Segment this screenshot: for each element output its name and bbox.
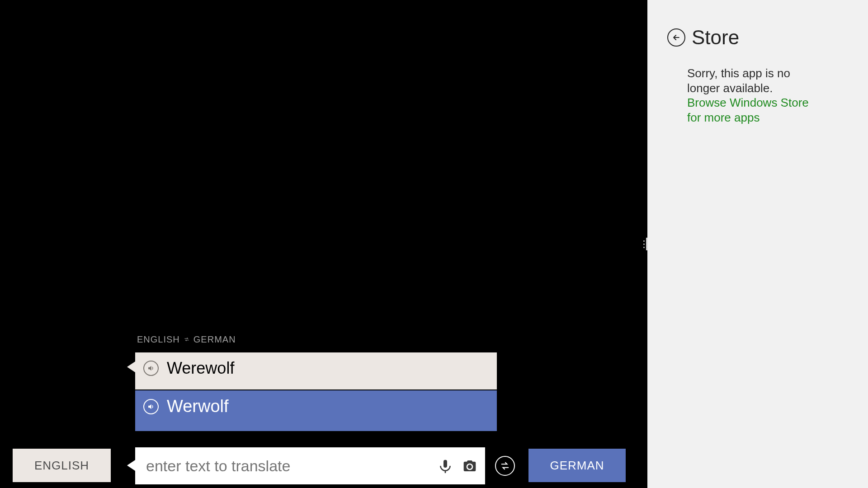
divider-handle-icon (642, 238, 647, 250)
translate-input[interactable] (146, 457, 429, 475)
store-panel: Store Sorry, this app is no longer avail… (647, 0, 868, 488)
store-message-text: Sorry, this app is no longer available. (687, 66, 790, 95)
source-text: Werewolf (167, 359, 234, 378)
target-language-button[interactable]: GERMAN (528, 449, 626, 482)
camera-icon[interactable] (462, 458, 478, 474)
input-tail (127, 460, 135, 471)
snap-divider[interactable] (637, 0, 647, 488)
speak-target-button[interactable] (143, 399, 159, 414)
language-pair-label: ENGLISH GERMAN (137, 334, 236, 345)
swap-languages-button[interactable] (495, 456, 515, 476)
browse-store-link[interactable]: Browse Windows Store for more apps (687, 96, 809, 124)
bubble-tail (127, 361, 135, 372)
source-language-button[interactable]: ENGLISH (13, 449, 111, 482)
target-language-button-label: GERMAN (550, 459, 604, 473)
target-translation-bubble[interactable]: Werwolf (135, 390, 497, 431)
target-lang-label: GERMAN (193, 334, 236, 345)
source-lang-label: ENGLISH (137, 334, 180, 345)
target-text: Werwolf (167, 397, 229, 416)
translator-app: ENGLISH GERMAN Werewolf (0, 0, 637, 488)
source-translation-bubble[interactable]: Werewolf (135, 352, 497, 389)
store-message: Sorry, this app is no longer available. … (647, 49, 837, 125)
store-header: Store (647, 0, 868, 49)
back-button[interactable] (667, 28, 685, 47)
store-title: Store (692, 26, 739, 49)
microphone-icon[interactable] (437, 458, 453, 474)
speak-source-button[interactable] (143, 361, 159, 376)
swap-arrows-icon (184, 334, 190, 345)
source-language-button-label: ENGLISH (34, 459, 89, 473)
translate-input-container (135, 447, 485, 484)
